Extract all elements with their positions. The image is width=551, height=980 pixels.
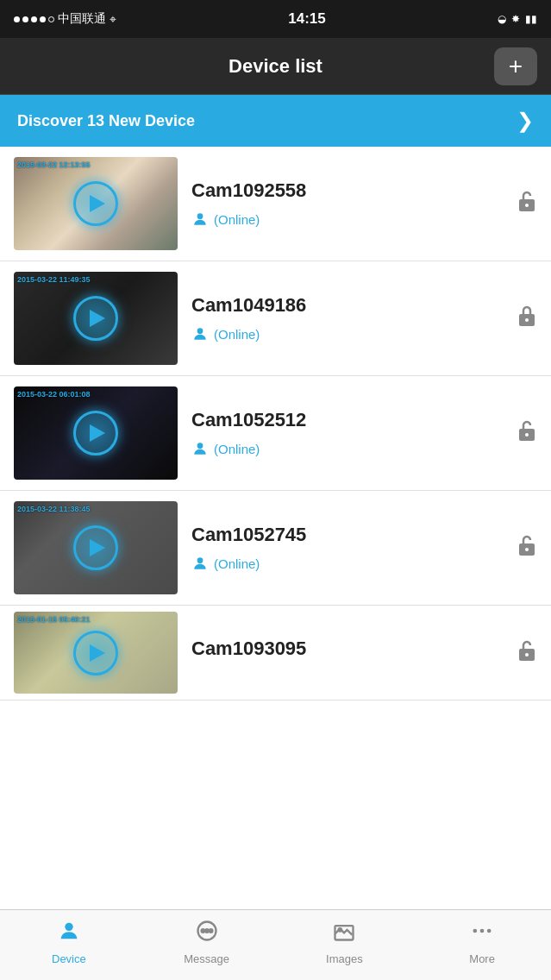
device-info: Cam1093095 [178,638,537,669]
svg-point-5 [525,318,529,322]
tab-message[interactable]: Message [138,910,276,980]
lock-status-icon: ◒ [498,13,506,25]
device-name: Cam1049186 [191,294,537,317]
message-tab-icon [195,919,219,949]
svg-point-13 [525,653,529,656]
device-name: Cam1093095 [191,638,537,660]
svg-point-9 [197,557,203,563]
svg-point-0 [197,213,203,219]
status-left: 中国联通 ⌖ [14,11,116,27]
device-info: Cam1092558 (Online) [178,179,537,228]
play-button[interactable] [73,296,118,341]
device-thumbnail: 2015-03-22 12:13:55 [14,157,178,250]
device-thumbnail: 2015-03-22 11:38:45 [14,501,178,594]
lock-open-icon [517,418,537,448]
tab-images[interactable]: Images [276,910,414,980]
device-thumbnail: 2015-03-22 11:49:35 [14,272,178,365]
signal-dot-3 [31,16,37,22]
status-label: (Online) [214,327,260,342]
discover-text: Discover 13 New Device [17,112,195,130]
lock-open-icon [517,189,537,218]
device-name: Cam1052745 [191,524,537,546]
nav-bar: Device list + [0,38,551,95]
lock-closed-icon [517,304,537,333]
list-item[interactable]: 2015-03-22 06:01:08 Cam1052512 (Online) [0,376,551,491]
play-triangle-icon [90,195,105,212]
tab-more[interactable]: More [413,910,551,980]
svg-point-8 [525,433,529,437]
device-thumbnail: 2015-01-15 05:40:21 [14,612,178,694]
discover-banner[interactable]: Discover 13 New Device ❯ [0,95,551,147]
svg-point-17 [205,929,209,933]
svg-point-20 [339,928,342,932]
wifi-icon: ⌖ [110,12,116,27]
svg-point-22 [480,928,485,933]
device-name: Cam1052512 [191,409,537,431]
status-right: ◒ ✸ ▮▮ [498,13,537,25]
timestamp-label: 2015-03-22 06:01:08 [17,390,91,399]
svg-point-18 [210,929,213,933]
device-name: Cam1092558 [191,179,537,202]
play-triangle-icon [90,310,105,327]
svg-point-14 [65,922,72,930]
more-tab-icon [470,919,494,949]
status-label: (Online) [214,556,260,571]
device-thumbnail: 2015-03-22 06:01:08 [14,386,178,480]
time-label: 14:15 [288,10,325,28]
svg-point-16 [201,929,204,933]
tab-device-label: Device [52,952,86,965]
signal-dot-2 [22,16,28,22]
device-info: Cam1052512 (Online) [178,409,537,457]
user-icon [191,440,209,457]
user-icon [191,210,209,228]
signal-dots [14,16,54,22]
bluetooth-icon: ✸ [511,13,520,25]
user-icon [191,325,209,342]
list-item[interactable]: 2015-01-15 05:40:21 Cam1093095 [0,606,551,700]
play-button[interactable] [73,181,118,226]
device-info: Cam1049186 (Online) [178,294,537,342]
device-info: Cam1052745 (Online) [178,524,537,572]
svg-point-23 [487,928,492,933]
status-bar: 中国联通 ⌖ 14:15 ◒ ✸ ▮▮ [0,0,551,38]
add-icon: + [509,54,523,79]
svg-point-11 [525,548,529,551]
signal-dot-5 [48,16,54,22]
tab-device[interactable]: Device [0,910,138,980]
tab-bar: Device Message Images M [0,909,551,980]
page-title: Device list [229,55,322,78]
tab-images-label: Images [326,952,363,965]
carrier-label: 中国联通 [58,11,106,27]
device-status: (Online) [191,440,537,457]
images-tab-icon [332,919,356,949]
play-button[interactable] [73,631,118,675]
device-tab-icon [57,919,81,949]
list-item[interactable]: 2015-03-22 12:13:55 Cam1092558 (Online) [0,147,551,261]
timestamp-label: 2015-03-22 11:38:45 [17,505,91,513]
signal-dot-4 [40,16,46,22]
device-status: (Online) [191,555,537,572]
list-item[interactable]: 2015-03-22 11:49:35 Cam1049186 (Online) [0,261,551,376]
user-icon [191,555,209,572]
svg-point-3 [197,328,203,334]
lock-open-icon [517,638,537,668]
status-label: (Online) [214,212,260,227]
add-device-button[interactable]: + [494,47,537,85]
play-triangle-icon [90,424,105,442]
battery-icon: ▮▮ [525,13,537,25]
tab-message-label: Message [184,952,229,965]
timestamp-label: 2015-01-15 05:40:21 [17,615,91,624]
svg-point-2 [525,204,529,207]
list-item[interactable]: 2015-03-22 11:38:45 Cam1052745 (Online) [0,491,551,606]
play-button[interactable] [73,411,118,455]
svg-point-21 [473,928,478,933]
status-label: (Online) [214,442,260,456]
play-triangle-icon [90,539,105,556]
play-button[interactable] [73,525,118,570]
timestamp-label: 2015-03-22 12:13:55 [17,160,91,169]
timestamp-label: 2015-03-22 11:49:35 [17,275,91,284]
svg-point-6 [197,443,203,449]
device-status: (Online) [191,210,537,228]
device-list: 2015-03-22 12:13:55 Cam1092558 (Online) [0,147,551,909]
signal-dot-1 [14,16,20,22]
